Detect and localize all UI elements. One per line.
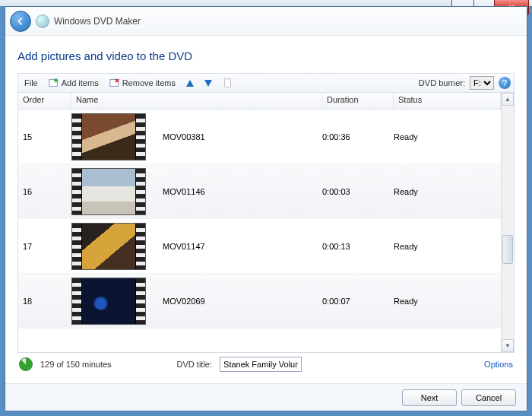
remove-icon [109, 78, 120, 88]
cell-duration: 0:00:36 [322, 132, 394, 141]
table-row[interactable]: 16MOV011460:00:03Ready [18, 164, 501, 219]
video-thumbnail [71, 278, 146, 325]
cell-status: Ready [394, 132, 501, 141]
cell-order: 17 [18, 242, 71, 251]
page-icon [223, 78, 233, 88]
vertical-scrollbar[interactable]: ▲ ▼ [501, 93, 514, 352]
disc-usage-icon [19, 357, 33, 371]
back-button[interactable] [10, 11, 31, 32]
cell-order: 16 [18, 187, 71, 196]
toolbar: File Add items Remove items DVD burner: … [17, 73, 515, 93]
burner-select[interactable]: F: [470, 76, 494, 90]
table-row[interactable]: 18MOV020690:00:07Ready [18, 274, 501, 329]
item-filename: MOV01147 [163, 242, 205, 251]
dialog-buttons: Next Cancel [5, 383, 527, 411]
video-thumbnail [71, 168, 146, 215]
item-filename: MOV01146 [163, 187, 205, 196]
col-order[interactable]: Order [18, 93, 71, 109]
app-icon [36, 14, 49, 28]
window-titlebar: ─ ▭ ✕ [0, 0, 532, 6]
video-thumbnail [71, 113, 146, 160]
scroll-track[interactable] [502, 106, 514, 339]
item-filename: MOV02069 [163, 297, 205, 306]
cell-order: 15 [18, 132, 71, 141]
remove-items-button[interactable]: Remove items [106, 76, 179, 90]
item-filename: MOV00381 [163, 132, 205, 141]
cell-name: MOV01147 [71, 223, 322, 270]
cancel-button[interactable]: Cancel [461, 389, 516, 406]
burner-label: DVD burner: [419, 78, 465, 87]
arrow-down-icon [204, 80, 212, 87]
cell-status: Ready [394, 187, 501, 196]
arrow-left-icon [15, 16, 26, 27]
app-title: Windows DVD Maker [54, 16, 141, 27]
help-button[interactable]: ? [499, 77, 511, 89]
col-duration[interactable]: Duration [322, 93, 394, 109]
cell-order: 18 [18, 297, 71, 306]
properties-button[interactable] [220, 76, 236, 90]
scroll-up-button[interactable]: ▲ [502, 93, 514, 106]
scroll-down-button[interactable]: ▼ [502, 339, 514, 352]
footer-bar: 129 of 150 minutes DVD title: Options [17, 353, 515, 376]
move-down-button[interactable] [201, 78, 215, 88]
file-menu[interactable]: File [21, 77, 41, 89]
svg-rect-2 [225, 79, 231, 87]
cell-duration: 0:00:07 [322, 297, 394, 306]
cell-status: Ready [394, 242, 501, 251]
window-frame: Windows DVD Maker Add pictures and video… [5, 6, 527, 411]
cell-name: MOV01146 [71, 168, 322, 215]
dvd-title-input[interactable] [220, 357, 302, 372]
cell-duration: 0:00:03 [322, 187, 394, 196]
col-name[interactable]: Name [71, 93, 322, 109]
cell-status: Ready [394, 297, 501, 306]
table-row[interactable]: 17MOV011470:00:13Ready [18, 219, 501, 274]
scroll-thumb[interactable] [502, 235, 513, 264]
cell-duration: 0:00:13 [322, 242, 394, 251]
video-thumbnail [71, 223, 146, 270]
add-items-button[interactable]: Add items [46, 76, 102, 90]
cell-name: MOV00381 [71, 113, 322, 160]
page-title: Add pictures and video to the DVD [17, 49, 515, 62]
options-link[interactable]: Options [484, 360, 513, 369]
col-status[interactable]: Status [394, 93, 501, 109]
item-list: Order Name Duration Status 15MOV003810:0… [18, 93, 501, 352]
cell-name: MOV02069 [71, 278, 322, 325]
arrow-up-icon [186, 80, 194, 87]
minutes-label: 129 of 150 minutes [40, 360, 112, 369]
help-icon: ? [502, 78, 507, 87]
column-headers: Order Name Duration Status [18, 93, 501, 110]
move-up-button[interactable] [183, 78, 197, 88]
dvd-title-label: DVD title: [177, 360, 212, 369]
table-row[interactable]: 15MOV003810:00:36Ready [18, 110, 501, 164]
next-button[interactable]: Next [402, 389, 457, 406]
nav-row: Windows DVD Maker [5, 7, 527, 36]
add-icon [49, 78, 59, 88]
